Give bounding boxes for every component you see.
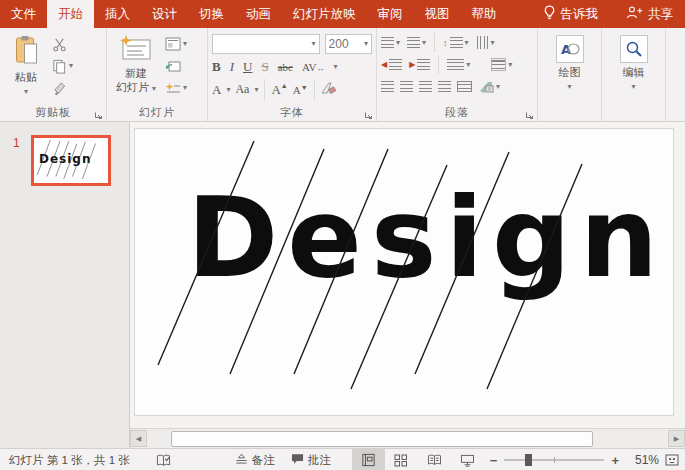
editing-dropdown-arrow[interactable]: ▾ xyxy=(631,83,635,91)
text-direction-button[interactable]: ▾ xyxy=(476,35,495,51)
line-spacing-button[interactable]: ↕▾ xyxy=(443,35,469,51)
font-color-button[interactable]: A xyxy=(212,82,221,98)
bullets-icon xyxy=(381,37,394,48)
share-button[interactable]: 共享 xyxy=(626,6,673,23)
tab-home[interactable]: 开始 xyxy=(47,0,94,28)
new-slide-button[interactable]: 新建幻灯片 ▾ xyxy=(111,33,161,104)
clear-formatting-button[interactable] xyxy=(321,82,336,98)
clipboard-group: 粘贴 ▾ ▾ 剪贴板 xyxy=(0,28,107,121)
cut-button[interactable] xyxy=(52,36,73,52)
slide-canvas[interactable]: Design xyxy=(134,128,674,416)
distribute-button[interactable] xyxy=(457,79,472,95)
notes-icon xyxy=(235,453,248,467)
distribute-icon xyxy=(457,81,472,92)
font-color-arrow[interactable]: ▾ xyxy=(226,86,230,94)
tab-animations[interactable]: 动画 xyxy=(235,0,282,28)
slide-thumbnail-panel: 1 Design xyxy=(0,122,130,448)
copy-button[interactable]: ▾ xyxy=(52,58,73,74)
slideshow-button[interactable] xyxy=(451,449,484,470)
font-size-combo[interactable]: 200▾ xyxy=(325,34,372,54)
status-bar: 幻灯片 第 1 张，共 1 张 备注 批注 − + 51% xyxy=(0,448,685,470)
paragraph-dialog-launcher[interactable] xyxy=(525,109,534,118)
comments-icon xyxy=(291,453,304,467)
increase-font-button[interactable]: A▲ xyxy=(271,82,287,98)
slides-group: 新建幻灯片 ▾ ▾ ▾ 幻灯片 xyxy=(107,28,208,121)
underline-button[interactable]: U xyxy=(243,59,252,75)
decrease-font-button[interactable]: A▼ xyxy=(293,84,308,96)
layout-button[interactable]: ▾ xyxy=(165,36,187,52)
drawing-icon: A xyxy=(556,35,584,63)
zoom-out-button[interactable]: − xyxy=(490,453,498,468)
change-case-button[interactable]: Aa xyxy=(235,82,249,97)
tab-insert[interactable]: 插入 xyxy=(94,0,141,28)
paragraph-group: ▾ ▾ ↕▾ ▾ ◀ ▶ ▾ ▾ ▾ 段落 xyxy=(377,28,538,121)
italic-button[interactable]: I xyxy=(230,59,234,75)
tab-design[interactable]: 设计 xyxy=(141,0,188,28)
increase-indent-button[interactable]: ▶ xyxy=(409,57,430,73)
reset-button[interactable] xyxy=(165,58,187,74)
zoom-level[interactable]: 51% xyxy=(625,453,659,467)
decrease-indent-button[interactable]: ◀ xyxy=(381,57,402,73)
char-spacing-arrow[interactable]: ▾ xyxy=(333,63,337,71)
reading-view-button[interactable] xyxy=(418,449,451,470)
text-shadow-button[interactable]: S xyxy=(261,59,268,75)
align-text-icon xyxy=(491,58,506,71)
tab-transitions[interactable]: 切换 xyxy=(188,0,235,28)
decrease-indent-icon xyxy=(389,59,402,70)
paste-button[interactable]: 粘贴 ▾ xyxy=(4,33,48,104)
drawing-dropdown-arrow[interactable]: ▾ xyxy=(567,83,571,91)
scroll-right-arrow[interactable]: ▶ xyxy=(668,430,685,447)
tell-me-button[interactable]: 告诉我 xyxy=(543,5,599,23)
align-center-button[interactable] xyxy=(400,81,413,92)
ribbon-tab-bar: 文件 开始 插入 设计 切换 动画 幻灯片放映 审阅 视图 帮助 告诉我 共享 xyxy=(0,0,685,28)
drawing-button[interactable]: A 绘图 ▾ xyxy=(548,33,592,104)
scrollbar-thumb[interactable] xyxy=(171,431,593,447)
tab-view[interactable]: 视图 xyxy=(414,0,461,28)
increase-indent-icon xyxy=(417,59,430,70)
zoom-in-button[interactable]: + xyxy=(611,453,619,468)
section-button[interactable]: ▾ xyxy=(165,80,187,96)
columns-button[interactable]: ▾ xyxy=(447,57,470,73)
tab-review[interactable]: 审阅 xyxy=(367,0,414,28)
smartart-convert-button[interactable]: ▾ xyxy=(478,79,500,95)
svg-text:A: A xyxy=(561,42,571,57)
slide-sorter-button[interactable] xyxy=(385,449,418,470)
tab-slideshow[interactable]: 幻灯片放映 xyxy=(282,0,367,28)
editing-button[interactable]: 编辑 ▾ xyxy=(612,33,656,104)
format-painter-button[interactable] xyxy=(52,80,73,96)
numbering-icon xyxy=(407,37,420,48)
change-case-arrow[interactable]: ▾ xyxy=(254,86,258,94)
notes-button[interactable]: 备注 xyxy=(227,449,283,470)
zoom-slider[interactable] xyxy=(504,459,604,461)
diagonal-lines-shapes[interactable] xyxy=(135,129,673,415)
zoom-controls: − + xyxy=(484,453,625,468)
numbering-button[interactable]: ▾ xyxy=(407,35,426,51)
font-name-combo[interactable]: ▾ xyxy=(212,34,320,54)
slide-thumbnail[interactable]: Design xyxy=(31,135,111,186)
font-dialog-launcher[interactable] xyxy=(364,109,373,118)
bullets-button[interactable]: ▾ xyxy=(381,35,400,51)
new-slide-icon xyxy=(120,35,152,64)
normal-view-button[interactable] xyxy=(352,449,385,470)
horizontal-scrollbar[interactable]: ◀ ▶ xyxy=(130,428,685,448)
align-right-button[interactable] xyxy=(419,81,432,92)
justify-button[interactable] xyxy=(438,81,451,92)
align-text-button[interactable]: ▾ xyxy=(491,57,512,73)
ribbon-home: 粘贴 ▾ ▾ 剪贴板 新建幻灯片 ▾ ▾ ▾ 幻灯片 xyxy=(0,28,685,122)
comments-button[interactable]: 批注 xyxy=(283,449,339,470)
bold-button[interactable]: B xyxy=(212,59,221,75)
proofing-button[interactable] xyxy=(148,449,179,470)
clipboard-dialog-launcher[interactable] xyxy=(94,109,103,118)
tab-file[interactable]: 文件 xyxy=(0,0,47,28)
editing-icon xyxy=(620,35,648,63)
paste-dropdown-arrow[interactable]: ▾ xyxy=(24,88,28,96)
fit-window-button[interactable] xyxy=(659,449,685,470)
lightbulb-icon xyxy=(543,5,556,23)
tab-help[interactable]: 帮助 xyxy=(461,0,508,28)
zoom-slider-thumb[interactable] xyxy=(525,454,532,466)
scroll-left-arrow[interactable]: ◀ xyxy=(130,430,147,447)
columns-icon xyxy=(447,59,464,70)
strikethrough-abc-button[interactable]: abc xyxy=(278,61,293,73)
character-spacing-button[interactable]: AV↔ xyxy=(302,61,324,73)
align-left-button[interactable] xyxy=(381,81,394,92)
